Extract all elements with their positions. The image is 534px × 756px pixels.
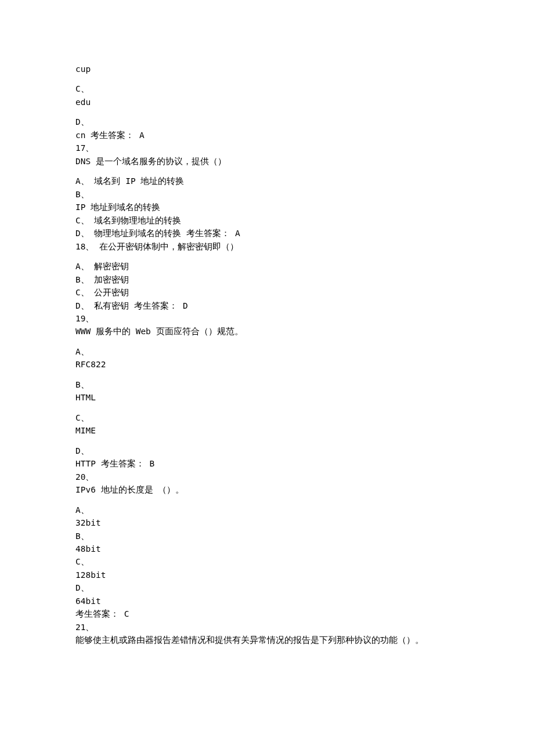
text-line: C、 域名到物理地址的转换 [75, 214, 459, 227]
document-page: cupC、eduD、cn 考生答案： A17、DNS 是一个域名服务的协议，提供… [0, 0, 534, 756]
text-line: edu [75, 96, 459, 108]
text-line: IPv6 地址的长度是 （）。 [75, 483, 459, 496]
text-line: D、 私有密钥 考生答案： D [75, 299, 459, 312]
text-line: D、 [75, 444, 459, 457]
text-line: D、 物理地址到域名的转换 考生答案： A [75, 227, 459, 240]
text-line: 20、 [75, 471, 459, 483]
text-line: 能够使主机或路由器报告差错情况和提供有关异常情况的报告是下列那种协议的功能（）。 [75, 634, 459, 646]
text-line: C、 公开密钥 [75, 286, 459, 299]
text-line: MIME [75, 424, 459, 437]
text-line: A、 域名到 IP 地址的转换 [75, 175, 459, 187]
text-line: 考生答案： C [75, 607, 459, 620]
text-line: HTTP 考生答案： B [75, 457, 459, 470]
text-line: DNS 是一个域名服务的协议，提供（） [75, 155, 459, 168]
text-line: B、 [75, 530, 459, 542]
text-line: A、 解密密钥 [75, 260, 459, 273]
text-line: WWW 服务中的 Web 页面应符合（）规范。 [75, 325, 459, 338]
text-line: 19、 [75, 312, 459, 325]
text-line: C、 [75, 411, 459, 424]
text-line: cn 考生答案： A [75, 129, 459, 142]
text-line: D、 [75, 581, 459, 594]
text-line: 18、 在公开密钥体制中，解密密钥即（） [75, 240, 459, 253]
text-line: RFC822 [75, 358, 459, 371]
document-body: cupC、eduD、cn 考生答案： A17、DNS 是一个域名服务的协议，提供… [75, 63, 459, 647]
text-line: C、 [75, 555, 459, 568]
text-line: HTML [75, 391, 459, 404]
text-line: 48bit [75, 542, 459, 555]
text-line: cup [75, 63, 459, 75]
text-line: 64bit [75, 595, 459, 607]
text-line: 32bit [75, 516, 459, 529]
text-line: A、 [75, 504, 459, 516]
text-line: B、 [75, 188, 459, 201]
text-line: 128bit [75, 569, 459, 581]
text-line: D、 [75, 115, 459, 128]
text-line: IP 地址到域名的转换 [75, 201, 459, 214]
text-line: B、 加密密钥 [75, 273, 459, 286]
text-line: B、 [75, 378, 459, 391]
text-line: C、 [75, 82, 459, 95]
text-line: A、 [75, 345, 459, 358]
text-line: 21、 [75, 621, 459, 634]
text-line: 17、 [75, 142, 459, 154]
